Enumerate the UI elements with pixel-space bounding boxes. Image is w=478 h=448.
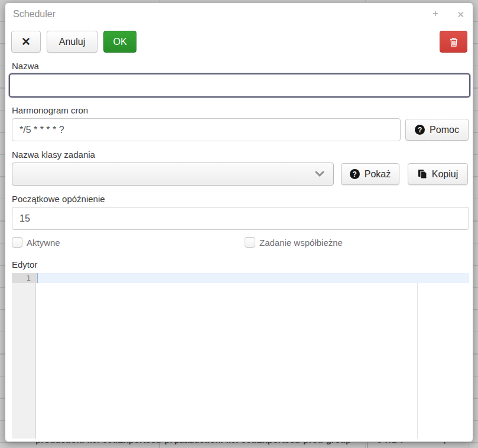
help-button-label: Pomoc xyxy=(430,125,459,135)
copy-button-label: Kopiuj xyxy=(432,169,458,180)
maximize-icon[interactable]: + xyxy=(433,8,438,20)
close-button[interactable]: ✕ xyxy=(11,31,41,53)
trash-icon xyxy=(449,37,459,47)
active-checkbox-label: Aktywne xyxy=(27,238,60,248)
copy-icon xyxy=(418,169,427,179)
x-icon: ✕ xyxy=(21,35,31,48)
delete-button[interactable] xyxy=(440,31,467,53)
copy-button[interactable]: Kopiuj xyxy=(408,163,468,185)
name-label: Nazwa xyxy=(12,61,39,71)
show-button-label: Pokaż xyxy=(365,169,391,180)
show-button[interactable]: ? Pokaż xyxy=(341,163,399,185)
ok-button-label: OK xyxy=(113,37,126,47)
delay-input[interactable] xyxy=(12,207,469,230)
editor-line-number: 1 xyxy=(12,273,36,283)
code-editor[interactable]: 1 xyxy=(12,273,469,439)
editor-active-line xyxy=(36,273,469,283)
editor-print-margin xyxy=(417,283,418,439)
help-button[interactable]: ? Pomoc xyxy=(405,119,469,141)
job-class-select[interactable] xyxy=(12,163,334,186)
concurrent-checkbox[interactable] xyxy=(245,237,255,248)
question-circle-icon: ? xyxy=(415,125,425,135)
job-class-label: Nazwa klasy zadania xyxy=(12,150,95,160)
cron-label: Harmonogram cron xyxy=(12,105,88,115)
concurrent-checkbox-label: Zadanie współbieżne xyxy=(259,238,343,248)
editor-cursor xyxy=(37,273,38,283)
ok-button[interactable]: OK xyxy=(103,31,136,53)
close-icon[interactable]: ✕ xyxy=(457,9,464,21)
dialog-title: Scheduler xyxy=(13,9,56,20)
question-circle-icon: ? xyxy=(350,169,360,179)
cancel-button-label: Anuluj xyxy=(59,37,85,47)
scheduler-dialog: Scheduler + ✕ ✕ Anuluj OK Nazwa Harmonog… xyxy=(5,2,473,442)
editor-gutter xyxy=(12,273,36,439)
cancel-button[interactable]: Anuluj xyxy=(47,31,97,53)
editor-label: Edytor xyxy=(12,259,37,270)
cron-input[interactable] xyxy=(12,118,401,141)
delay-label: Początkowe opóźnienie xyxy=(12,194,105,204)
active-checkbox[interactable] xyxy=(12,237,22,248)
name-input[interactable] xyxy=(9,73,470,98)
chevron-down-icon xyxy=(314,170,325,180)
